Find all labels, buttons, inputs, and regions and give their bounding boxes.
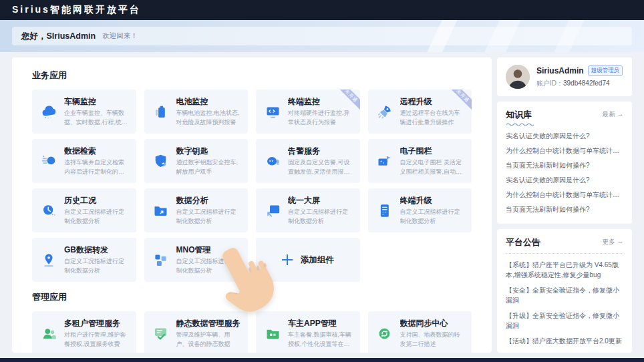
knowledge-card: 知识库 最新 → 实名认证失败的原因是什么?为什么控制台中统计数据与单车统计属于… [497, 102, 632, 224]
card-title: 终端升级 [400, 195, 466, 206]
card-desc: 固定及自定义告警,可设置触发值,灵活使用报警服务 [288, 158, 353, 176]
card-title: 车辆监控 [64, 96, 130, 108]
card-desc: 选择车辆并自定义检索内容后进行定制化的数据检索 [64, 158, 130, 176]
card-title: 数据检索 [64, 146, 130, 157]
card-title: MNO管理 [176, 244, 242, 256]
right-sidebar: SiriusAdmin 超级管理员 账户ID：39db4842fed74 知识库… [497, 57, 632, 353]
app-card[interactable]: 电池监控 车辆电池监控,电池状态,对危险及故障预判报警 [144, 89, 249, 134]
knowledge-item[interactable]: 实名认证失败的原因是什么? [506, 176, 623, 185]
terminal-icon [263, 102, 283, 122]
user-avatar [506, 65, 530, 89]
section-title: 业务应用 [32, 69, 472, 81]
card-title: 远程升级 [400, 96, 466, 108]
card-desc: 自定义工况指标进行定制化数据分析 [176, 208, 242, 225]
section-title: 管理应用 [32, 291, 472, 303]
knowledge-item[interactable]: 实名认证失败的原因是什么? [506, 132, 623, 141]
app-card[interactable]: 电子围栏 自定义电子围栏 灵活定义围栏相关报警,自动触发报警 [368, 139, 472, 183]
card-desc: 自定义工况指标进行定制化数据分析 [400, 208, 466, 225]
app-card[interactable]: 数据检索 选择车辆并自定义检索内容后进行定制化的数据检索 [32, 139, 136, 183]
checklist-icon [151, 323, 171, 343]
card-title: 静态数据管理服务 [176, 318, 242, 329]
shield-key-icon [151, 151, 171, 171]
knowledge-item[interactable]: 当页面无法刷新时如何操作? [506, 205, 623, 214]
greeting-username: 您好，SlriusAdmin [21, 31, 96, 42]
page: Sirius智能网联开放平台 您好，SlriusAdmin 欢迎回来！ 业务应用… [0, 0, 644, 362]
plus-icon [282, 254, 293, 265]
greeting-welcome: 欢迎回来！ [102, 31, 138, 41]
announcements-card: 平台公告 更多 → 【系统】猎户座平台已升级为 V4.65版本,增强系统稳定性,… [497, 229, 632, 353]
card-title: 车主APP管理 [288, 318, 353, 329]
card-desc: 车辆电池监控,电池状态,对危险及故障预判报警 [176, 109, 242, 126]
content-area: 业务应用 车辆监控 企业车辆监控、车辆数据、实时数据,行程,统计,报警等信息 电… [0, 52, 644, 358]
app-card[interactable]: 远程升级 通过远程平台在线为车辆进行批量升级操作 未开通 [368, 89, 472, 134]
role-badge: 超级管理员 [588, 65, 623, 76]
app-card[interactable]: 静态数据管理服务 管理及维护车辆、用户、设备的静态数据 [144, 311, 249, 353]
big-screen-icon [263, 200, 283, 220]
app-header: Sirius智能网联开放平台 [0, 0, 644, 20]
card-title: 数字钥匙 [176, 146, 242, 157]
cloud-vehicle-icon [39, 102, 59, 122]
card-desc: 通过远程平台在线为车辆进行批量升级操作 [400, 109, 466, 126]
card-title: 电子围栏 [400, 146, 466, 157]
card-desc: 自定义电子围栏 灵活定义围栏相关报警,自动触发报警 [400, 158, 466, 176]
announcement-item[interactable]: 【安全】全新安全验证指令，修复微小漏洞 [506, 285, 623, 305]
card-title: 数据同步中心 [400, 318, 466, 329]
card-desc: 对租户进行管理,维护套餐授权,设置服务收费 [64, 331, 130, 348]
card-title: 告警服务 [288, 146, 353, 157]
knowledge-title: 知识库 [506, 109, 534, 126]
app-card[interactable]: 车主APP管理 车主套餐,数据审核,车辆授权,个性化设置等在内的多项管理 [256, 311, 360, 353]
card-desc: 支持国、地表数据的转发第二行描述 [400, 331, 466, 348]
knowledge-latest-link[interactable]: 最新 → [603, 110, 623, 119]
users-icon [39, 323, 59, 343]
knowledge-item[interactable]: 当页面无法刷新时如何操作? [506, 161, 623, 170]
card-desc: 通过数字钥匙安全控车,解放用户双手 [176, 158, 242, 176]
card-title: 终端监控 [288, 96, 353, 108]
profile-info: SiriusAdmin 超级管理员 账户ID：39db4842fed74 [536, 65, 623, 88]
card-title: GB数据转发 [64, 244, 130, 256]
card-title: 数据分析 [176, 195, 242, 206]
app-card[interactable]: 数据分析 自定义工况指标进行定制化数据分析 [144, 188, 249, 232]
app-card[interactable]: 数字钥匙 通过数字钥匙安全控车,解放用户双手 [144, 139, 249, 183]
profile-card: SiriusAdmin 超级管理员 账户ID：39db4842fed74 [497, 57, 632, 96]
card-desc: 车主套餐,数据审核,车辆授权,个性化设置等在内的多项管理 [288, 331, 353, 348]
sync-icon [375, 323, 395, 343]
app-section: 业务应用 车辆监控 企业车辆监控、车辆数据、实时数据,行程,统计,报警等信息 电… [32, 69, 472, 282]
card-title: 多租户管理服务 [64, 318, 130, 329]
history-clock-icon [39, 200, 59, 220]
card-desc: 自定义工况指标进行定制化数据分析 [288, 208, 353, 225]
account-id-value: 39db4842fed74 [563, 79, 610, 87]
account-id-row: 账户ID：39db4842fed74 [536, 79, 623, 88]
announcement-item[interactable]: 【活动】猎户座大数据开放平台2.0更新 [506, 351, 623, 353]
app-title: Sirius智能网联开放平台 [12, 4, 141, 16]
announcement-item[interactable]: 【升级】全新安全验证指令，修复微小漏洞 [506, 311, 623, 331]
location-pin-icon [39, 250, 59, 270]
announcements-title: 平台公告 [506, 236, 540, 248]
bottom-bar [0, 358, 644, 362]
card-desc: 对终端硬件进行监控,异常状态及行为报警 [288, 109, 353, 126]
app-card[interactable]: 告警服务 固定及自定义告警,可设置触发值,灵活使用报警服务 [256, 139, 360, 183]
app-card[interactable]: MNO管理 自定义工况指标进行定制化数据分析 [144, 238, 249, 282]
app-card[interactable]: 历史工况 自定义工况指标进行定制化数据分析 [32, 188, 136, 232]
app-card[interactable]: 终端升级 自定义工况指标进行定制化数据分析 [368, 188, 472, 232]
add-component-label: 添加组件 [301, 254, 334, 266]
knowledge-item[interactable]: 为什么控制台中统计数据与单车统计属于会有差异? [506, 146, 623, 156]
app-section: 管理应用 多租户管理服务 对租户进行管理,维护套餐授权,设置服务收费 静态数据管… [32, 291, 472, 353]
add-component-card[interactable]: 添加组件 [256, 238, 360, 282]
profile-name: SiriusAdmin [536, 66, 584, 75]
card-desc: 管理及维护车辆、用户、设备的静态数据 [176, 331, 242, 348]
announcement-item[interactable]: 【系统】猎户座平台已升级为 V4.65版本,增强系统稳定性,修复少量bug [506, 260, 623, 280]
announcement-item[interactable]: 【活动】猎户座大数据开放平台2.0更新 [506, 336, 623, 346]
app-card[interactable]: 多租户管理服务 对租户进行管理,维护套餐授权,设置服务收费 [32, 311, 136, 353]
card-desc: 自定义工况指标进行定制化数据分析 [64, 208, 130, 225]
device-icon [375, 200, 395, 220]
app-card[interactable]: 车辆监控 企业车辆监控、车辆数据、实时数据,行程,统计,报警等信息 [32, 89, 136, 134]
apps-panel: 业务应用 车辆监控 企业车辆监控、车辆数据、实时数据,行程,统计,报警等信息 电… [12, 57, 492, 353]
knowledge-item[interactable]: 为什么控制台中统计数据与单车统计属于会有差异? [506, 190, 623, 200]
app-folder-icon [263, 323, 283, 343]
app-card[interactable]: 数据同步中心 支持国、地表数据的转发第二行描述 [368, 311, 472, 353]
announcements-more-link[interactable]: 更多 → [603, 238, 623, 246]
app-card[interactable]: 终端监控 对终端硬件进行监控,异常状态及行为报警 未开通 [256, 89, 360, 134]
card-title: 统一大屏 [288, 195, 353, 206]
app-card[interactable]: 统一大屏 自定义工况指标进行定制化数据分析 [256, 188, 360, 232]
app-card[interactable]: GB数据转发 自定义工况指标进行定制化数据分析 [32, 238, 136, 282]
